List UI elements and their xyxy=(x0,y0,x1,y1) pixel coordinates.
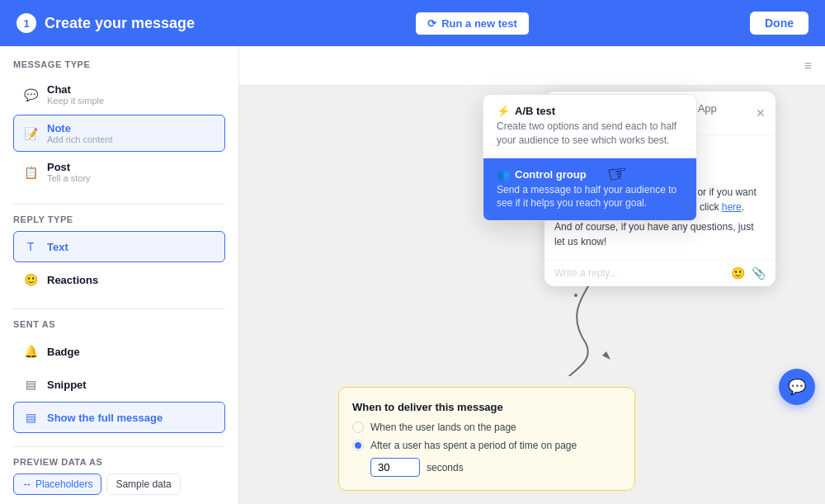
abtest-title: ⚡ A/B test xyxy=(497,105,683,117)
emoji-icon[interactable]: 🙂 xyxy=(731,266,745,280)
divider-1 xyxy=(13,204,225,205)
menu-icon[interactable]: ≡ xyxy=(804,59,812,73)
delivery-widget: When to deliver this message When the us… xyxy=(338,387,635,491)
delivery-title: When to deliver this message xyxy=(352,401,621,413)
attachment-icon[interactable]: 📎 xyxy=(752,266,766,280)
preview-data-label: Preview data as xyxy=(13,457,225,467)
preview-placeholders-btn[interactable]: ↔ Placeholders xyxy=(13,473,101,495)
delivery-time-row: seconds xyxy=(352,458,621,477)
header: 1 Create your message ⟳ Run a new test D… xyxy=(0,0,825,46)
abtest-icon: ⚡ xyxy=(497,105,510,117)
radio-1[interactable] xyxy=(352,422,364,433)
delivery-option-1[interactable]: When the user lands on the page xyxy=(352,422,621,433)
header-left: 1 Create your message xyxy=(16,13,195,33)
controlgroup-desc: Send a message to half your audience to … xyxy=(497,183,683,211)
sent-as-badge[interactable]: 🔔 Badge xyxy=(13,336,225,367)
delivery-option-1-label: When the user lands on the page xyxy=(370,422,516,433)
svg-point-1 xyxy=(574,294,578,297)
chat-input-area: Write a reply... 🙂 📎 xyxy=(544,259,776,286)
reply-type-label: Reply type xyxy=(13,214,225,224)
fullmessage-icon: ▤ xyxy=(22,409,39,426)
dropdown-item-abtest[interactable]: ⚡ A/B test Create two options and send e… xyxy=(483,95,696,158)
abtest-desc: Create two options and send each to half… xyxy=(497,120,683,148)
chat-bubble-icon: 💬 xyxy=(788,378,806,396)
sent-as-snippet[interactable]: ▤ Snippet xyxy=(13,369,225,400)
sent-as-fullmessage[interactable]: ▤ Show the full message xyxy=(13,402,225,433)
dropdown-menu: ⚡ A/B test Create two options and send e… xyxy=(483,94,697,221)
main-layout: Message type 💬 Chat Keep it simple 📝 Not… xyxy=(0,46,825,504)
placeholders-icon: ↔ xyxy=(22,478,32,490)
radio-inner-2 xyxy=(355,442,361,449)
preview-sampledata-btn[interactable]: Sample data xyxy=(106,473,180,495)
sent-as-label: Sent as xyxy=(13,319,225,329)
message-type-note[interactable]: 📝 Note Add rich content xyxy=(13,115,225,152)
chat-input-icons: 🙂 📎 xyxy=(731,266,766,280)
post-sub: Tell a story xyxy=(47,173,91,183)
chat-icon: 💬 xyxy=(22,87,39,103)
reactions-icon: 🙂 xyxy=(22,271,39,288)
dropdown-item-controlgroup[interactable]: 👥 Control group Send a message to half y… xyxy=(483,158,696,221)
badge-label: Badge xyxy=(47,346,80,358)
reply-type-text[interactable]: T Text xyxy=(13,231,225,262)
fullmessage-label: Show the full message xyxy=(47,412,163,424)
note-label: Note xyxy=(47,122,113,134)
reply-type-reactions[interactable]: 🙂 Reactions xyxy=(13,264,225,295)
badge-icon: 🔔 xyxy=(22,343,39,360)
snippet-label: Snippet xyxy=(47,379,87,391)
message-type-label: Message type xyxy=(13,59,225,69)
page-title: Create your message xyxy=(45,15,195,32)
step-badge: 1 xyxy=(16,13,36,33)
divider-2 xyxy=(13,309,225,309)
preview-options: ↔ Placeholders Sample data xyxy=(13,473,225,495)
delivery-option-2[interactable]: After a user has spent a period of time … xyxy=(352,440,621,451)
run-test-button[interactable]: ⟳ Run a new test xyxy=(415,12,530,35)
sidebar: Message type 💬 Chat Keep it simple 📝 Not… xyxy=(0,46,239,504)
run-test-icon: ⟳ xyxy=(427,17,436,30)
text-icon: T xyxy=(22,238,39,255)
message-type-chat[interactable]: 💬 Chat Keep it simple xyxy=(13,76,225,113)
note-icon: 📝 xyxy=(22,125,39,142)
sent-as-list: 🔔 Badge ▤ Snippet ▤ Show the full messag… xyxy=(13,336,225,433)
chat-label: Chat xyxy=(47,83,104,96)
time-input[interactable] xyxy=(370,458,420,477)
seconds-label: seconds xyxy=(427,462,464,473)
post-icon: 📋 xyxy=(22,164,39,181)
message-type-post[interactable]: 📋 Post Tell a story xyxy=(13,153,225,191)
close-icon[interactable]: ✕ xyxy=(756,106,766,120)
note-sub: Add rich content xyxy=(47,134,113,144)
delivery-option-2-label: After a user has spent a period of time … xyxy=(370,440,577,451)
chat-msg-4: And of course, if you have any questions… xyxy=(554,219,766,249)
radio-2[interactable] xyxy=(352,440,364,451)
divider-3 xyxy=(13,446,225,447)
chat-sub: Keep it simple xyxy=(47,96,104,106)
controlgroup-title: 👥 Control group xyxy=(497,168,683,181)
reply-type-list: T Text 🙂 Reactions xyxy=(13,231,225,295)
reactions-label: Reactions xyxy=(47,274,98,286)
content-topbar: ≡ xyxy=(239,46,825,86)
message-type-list: 💬 Chat Keep it simple 📝 Note Add rich co… xyxy=(13,76,225,191)
controlgroup-icon: 👥 xyxy=(497,168,510,181)
post-label: Post xyxy=(47,161,91,173)
chat-link[interactable]: here xyxy=(722,201,742,213)
done-button[interactable]: Done xyxy=(750,12,808,35)
text-label: Text xyxy=(47,241,68,253)
snippet-icon: ▤ xyxy=(22,376,39,393)
content-area: ≡ ⚡ A/B test Create two options and send… xyxy=(239,46,825,504)
chat-input-placeholder: Write a reply... xyxy=(554,267,617,279)
chat-bubble-button[interactable]: 💬 xyxy=(779,369,815,405)
